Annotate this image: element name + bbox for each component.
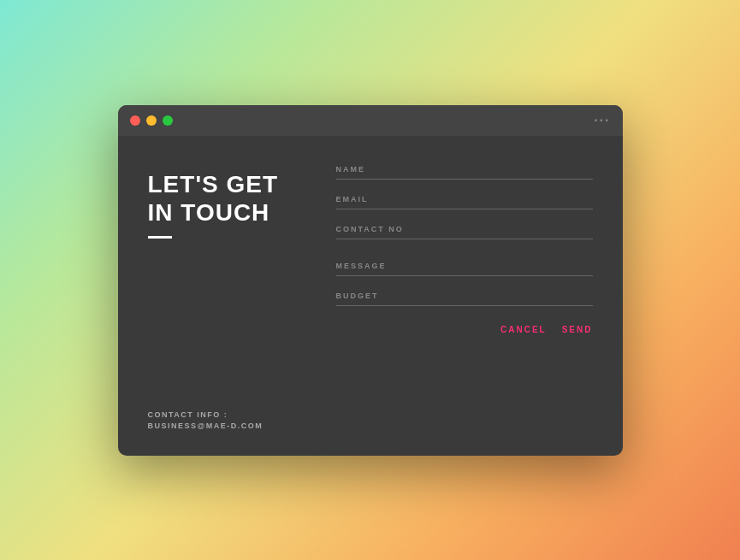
contact-info: CONTACT INFO : BUSINESS@MAE-D.COM — [148, 410, 319, 430]
heading-line2: IN TOUCH — [148, 198, 319, 227]
email-group — [336, 192, 593, 209]
budget-input[interactable] — [336, 288, 593, 306]
heading: LET'S GET IN TOUCH — [148, 170, 319, 239]
titlebar-menu-icon[interactable]: ··· — [594, 113, 610, 128]
heading-line1: LET'S GET — [148, 170, 319, 199]
heading-underline — [148, 236, 172, 239]
send-button[interactable]: SEND — [562, 325, 593, 334]
left-panel: LET'S GET IN TOUCH CONTACT INFO : BUSINE… — [148, 162, 319, 434]
contact-info-email: BUSINESS@MAE-D.COM — [148, 421, 319, 430]
email-input[interactable] — [336, 192, 593, 209]
maximize-button[interactable] — [163, 115, 173, 126]
contact-group — [336, 221, 593, 239]
button-row: CANCEL SEND — [336, 325, 593, 334]
minimize-button[interactable] — [146, 115, 157, 126]
contact-input[interactable] — [336, 221, 593, 239]
traffic-lights — [130, 115, 173, 126]
message-group — [336, 258, 593, 276]
main-content: LET'S GET IN TOUCH CONTACT INFO : BUSINE… — [118, 136, 623, 456]
form-panel: CANCEL SEND — [319, 162, 593, 434]
budget-group — [336, 288, 593, 306]
cancel-button[interactable]: CANCEL — [500, 325, 547, 334]
name-group — [336, 162, 593, 180]
close-button[interactable] — [130, 115, 140, 126]
message-input[interactable] — [336, 258, 593, 276]
app-window: ··· LET'S GET IN TOUCH CONTACT INFO : BU… — [118, 105, 623, 456]
name-input[interactable] — [336, 162, 593, 180]
titlebar: ··· — [118, 105, 623, 136]
contact-info-label: CONTACT INFO : — [148, 410, 319, 419]
